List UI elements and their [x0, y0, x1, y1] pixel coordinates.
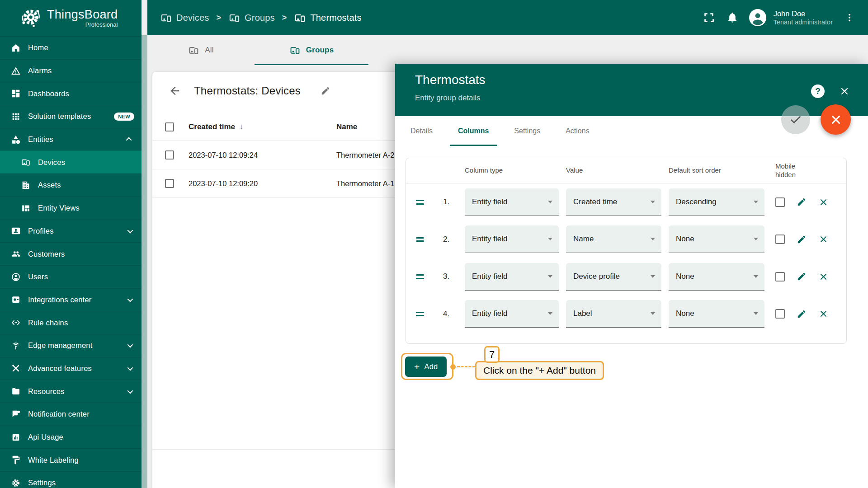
edit-column-pencil-icon[interactable] [797, 309, 807, 319]
sidebar-item-home[interactable]: Home [0, 36, 142, 59]
value-select[interactable]: Label [566, 300, 661, 328]
logo-title: ThingsBoard [47, 8, 118, 21]
sidebar-item-api-usage[interactable]: Api Usage [0, 426, 142, 449]
sidebar-item-assets[interactable]: Assets [0, 174, 142, 197]
entity-view-tabs: All Groups [147, 35, 868, 65]
close-icon[interactable] [839, 86, 850, 97]
sidebar-item-customers[interactable]: Customers [0, 242, 142, 265]
sidebar-item-entity-views[interactable]: Entity Views [0, 197, 142, 220]
notifications-bell-icon[interactable] [726, 11, 739, 24]
tab-groups[interactable]: Groups [255, 35, 368, 65]
row-checkbox[interactable] [165, 150, 174, 160]
cancel-close-fab-button[interactable] [821, 104, 851, 135]
user-info[interactable]: John Doe Tenant administrator [774, 9, 833, 27]
solution-templates-icon [11, 112, 21, 122]
breadcrumb-groups[interactable]: Groups [228, 12, 275, 24]
tab-settings[interactable]: Settings [501, 116, 553, 146]
select-all-checkbox[interactable] [165, 122, 174, 131]
column-header-name[interactable]: Name [336, 122, 357, 131]
value-select[interactable]: Created time [566, 188, 661, 216]
column-type-select[interactable]: Entity field [465, 263, 559, 291]
edit-column-pencil-icon[interactable] [797, 197, 807, 207]
drag-handle-icon[interactable] [416, 274, 424, 279]
drag-handle-icon[interactable] [416, 200, 424, 205]
column-header-created-time[interactable]: Created time↓ [189, 122, 243, 131]
chevron-down-icon [127, 296, 133, 302]
drag-handle-icon[interactable] [416, 312, 424, 317]
column-config-row: 1. Entity field Created time Descending [406, 183, 846, 221]
tab-all[interactable]: All [147, 35, 255, 65]
sort-order-select[interactable]: None [669, 263, 764, 291]
panel-title: Thermostats [415, 73, 486, 87]
tab-columns[interactable]: Columns [445, 116, 501, 146]
sidebar-item-settings[interactable]: Settings [0, 471, 142, 488]
sidebar-item-advanced-features[interactable]: Advanced features [0, 357, 142, 380]
column-type-select[interactable]: Entity field [465, 188, 559, 216]
sidebar-item-devices[interactable]: Devices [0, 150, 142, 174]
sidebar-item-entities[interactable]: Entities [0, 128, 142, 151]
sidebar-item-integrations-center[interactable]: Integrations center [0, 288, 142, 311]
edge-management-icon [11, 341, 21, 351]
breadcrumb-thermostats[interactable]: Thermostats [294, 12, 361, 24]
sort-order-select[interactable]: Descending [669, 188, 764, 216]
header-mobile-hidden: Mobile hidden [775, 162, 807, 179]
edit-column-pencil-icon[interactable] [797, 235, 807, 244]
tab-details[interactable]: Details [398, 116, 445, 146]
cell-created-time: 2023-07-10 12:09:20 [189, 179, 258, 188]
sort-order-select[interactable]: None [669, 300, 764, 328]
panel-tabs: Details Columns Settings Actions [398, 116, 602, 146]
sidebar-item-dashboards[interactable]: Dashboards [0, 82, 142, 105]
remove-column-x-icon[interactable] [819, 198, 828, 206]
plus-icon: + [414, 362, 420, 371]
thingsboard-logo[interactable]: ThingsBoard Professional [0, 0, 142, 36]
sidebar-item-notification-center[interactable]: Notification center [0, 403, 142, 426]
help-icon[interactable]: ? [811, 84, 825, 98]
tab-actions[interactable]: Actions [553, 116, 602, 146]
mobile-hidden-checkbox[interactable] [775, 235, 785, 244]
value-select[interactable]: Device profile [566, 263, 661, 291]
thingsboard-app: ThingsBoard Professional Home Alarms Das… [0, 0, 868, 488]
notification-icon [11, 409, 21, 419]
back-arrow-icon[interactable] [169, 84, 181, 97]
user-avatar[interactable] [749, 9, 766, 26]
chevron-down-icon [127, 365, 133, 371]
sidebar-item-white-labeling[interactable]: White Labeling [0, 448, 142, 471]
remove-column-x-icon[interactable] [819, 272, 828, 281]
drag-handle-icon[interactable] [416, 237, 424, 242]
dropdown-caret-icon [651, 201, 655, 203]
row-checkbox[interactable] [165, 179, 174, 188]
remove-column-x-icon[interactable] [819, 310, 828, 318]
breadcrumb-devices[interactable]: Devices [160, 12, 209, 24]
mobile-hidden-checkbox[interactable] [775, 309, 785, 319]
sidebar-item-edge-management[interactable]: Edge management [0, 334, 142, 357]
sidebar-item-profiles[interactable]: Profiles [0, 220, 142, 243]
mobile-hidden-checkbox[interactable] [775, 197, 785, 207]
annotation-instruction-label: Click on the "+ Add" button [475, 361, 604, 380]
column-type-select[interactable]: Entity field [465, 225, 559, 253]
entities-icon [11, 135, 21, 145]
sidebar-item-solution-templates[interactable]: Solution templates NEW [0, 105, 142, 128]
value-select[interactable]: Name [566, 225, 661, 253]
edit-title-pencil-icon[interactable] [321, 86, 330, 96]
thingsboard-gear-logo-icon [19, 5, 42, 31]
column-type-select[interactable]: Entity field [465, 300, 559, 328]
sidebar-scrollbar[interactable] [142, 35, 147, 488]
mobile-hidden-checkbox[interactable] [775, 272, 785, 282]
sidebar-item-rule-chains[interactable]: Rule chains [0, 311, 142, 334]
fullscreen-icon[interactable] [702, 11, 716, 24]
kebab-menu-icon[interactable] [843, 11, 856, 24]
apply-changes-check-button[interactable] [781, 105, 810, 134]
integrations-icon [11, 295, 21, 305]
sidebar-item-alarms[interactable]: Alarms [0, 59, 142, 82]
customers-icon [11, 249, 21, 259]
chevron-up-icon [126, 137, 132, 143]
cell-name: Thermometer A-2 [336, 151, 394, 160]
remove-column-x-icon[interactable] [819, 235, 828, 244]
dropdown-caret-icon [754, 238, 758, 240]
sidebar-item-users[interactable]: Users [0, 265, 142, 288]
edit-column-pencil-icon[interactable] [797, 272, 807, 282]
add-column-button[interactable]: + Add [405, 357, 447, 377]
sidebar-item-resources[interactable]: Resources [0, 380, 142, 403]
dropdown-caret-icon [651, 275, 655, 278]
sort-order-select[interactable]: None [669, 225, 764, 253]
